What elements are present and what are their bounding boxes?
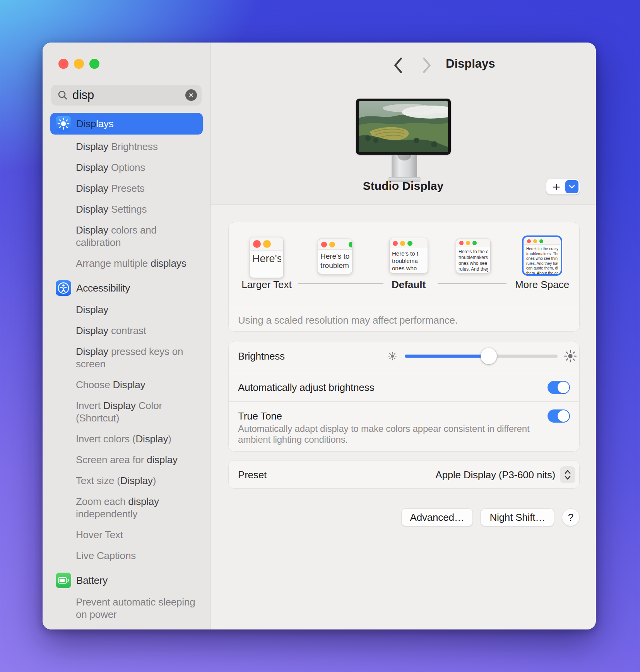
mini-traffic-light bbox=[407, 241, 412, 246]
sidebar-item-screen-area-for-display[interactable]: Screen area for display bbox=[76, 454, 198, 466]
resolution-option-default[interactable]: Here's to ttroublemaones who bbox=[389, 238, 428, 273]
sidebar-item-label: Display pressed keys on screen bbox=[76, 345, 198, 370]
sidebar-item-label: Display bbox=[76, 304, 108, 316]
sidebar-item-display-contrast[interactable]: Display contrast bbox=[76, 324, 198, 337]
zoom-button[interactable] bbox=[89, 59, 99, 69]
mini-traffic-light bbox=[459, 241, 464, 245]
resolution-option-step-4[interactable]: Here's to the crtroublemakers.ones who s… bbox=[456, 239, 491, 273]
sidebar-item-label: Display colors and calibration bbox=[76, 224, 198, 249]
sidebar-item-display-settings[interactable]: Display Settings bbox=[76, 203, 198, 215]
search-icon bbox=[57, 89, 68, 101]
auto-brightness-toggle[interactable] bbox=[548, 381, 570, 394]
sidebar-item-label: Battery bbox=[76, 575, 108, 587]
window-controls bbox=[58, 59, 99, 69]
brightness-label: Brightness bbox=[238, 350, 285, 362]
sidebar-item-displays[interactable]: Displays bbox=[50, 113, 203, 135]
sidebar-item-zoom-each-display-independently[interactable]: Zoom each display independently bbox=[76, 495, 198, 520]
night-shift-button[interactable]: Night Shift… bbox=[481, 508, 554, 526]
preset-dropdown-stepper[interactable] bbox=[560, 466, 575, 483]
add-display-button[interactable]: + bbox=[546, 179, 580, 194]
brightness-slider-thumb[interactable] bbox=[481, 348, 497, 364]
true-tone-toggle[interactable] bbox=[548, 409, 570, 423]
sidebar-item-label: Display Brightness bbox=[76, 140, 158, 153]
landscape-wallpaper-image bbox=[359, 101, 448, 152]
sidebar-item-label: Displays bbox=[76, 118, 114, 130]
sidebar-item-display-options[interactable]: Display Options bbox=[76, 161, 198, 174]
mini-window-titlebar bbox=[318, 239, 352, 250]
sidebar-item-invert-colors-display[interactable]: Invert colors (Display) bbox=[76, 433, 198, 445]
plus-icon[interactable]: + bbox=[546, 179, 566, 194]
sidebar-item-label: Arrange multiple displays bbox=[76, 257, 186, 269]
sidebar-item-display-presets[interactable]: Display Presets bbox=[76, 182, 198, 194]
minimize-button[interactable] bbox=[74, 59, 84, 69]
mini-traffic-light bbox=[472, 241, 477, 245]
sidebar-item-label: Display contrast bbox=[76, 324, 146, 337]
forward-button[interactable] bbox=[421, 56, 432, 71]
mini-traffic-light bbox=[527, 239, 531, 243]
clear-search-icon[interactable] bbox=[185, 89, 197, 101]
chevron-down-icon bbox=[568, 184, 576, 189]
sidebar-item-label: Invert Display Color (Shortcut) bbox=[76, 399, 198, 424]
sidebar-item-invert-display-color-shortcut[interactable]: Invert Display Color (Shortcut) bbox=[76, 399, 198, 424]
sidebar-item-text-size-display[interactable]: Text size (Display) bbox=[76, 474, 198, 487]
sidebar-item-choose-display[interactable]: Choose Display bbox=[76, 379, 198, 391]
resolution-option-label[interactable]: Default bbox=[366, 279, 451, 291]
mini-window-text: Here's totroublem bbox=[318, 250, 352, 272]
resolution-option-label[interactable]: Larger Text bbox=[224, 279, 309, 291]
add-display-dropdown[interactable] bbox=[565, 180, 578, 193]
resolution-option-step-2[interactable]: Here's totroublem bbox=[318, 239, 353, 274]
brightness-bright-sun-icon bbox=[563, 349, 578, 363]
sidebar-item-live-captions[interactable]: Live Captions bbox=[76, 549, 198, 562]
sidebar-item-arrange-multiple-displays[interactable]: Arrange multiple displays bbox=[76, 257, 198, 269]
mini-traffic-light bbox=[539, 239, 543, 243]
resolution-option-more-space[interactable]: Here's to the crazy onetroublemakers. Th… bbox=[524, 237, 561, 274]
system-settings-window: disp DisplaysDisplay BrightnessDisplay O… bbox=[43, 43, 596, 629]
sidebar-item-prevent-automatic-sleeping-on-power[interactable]: Prevent automatic sleeping on power bbox=[76, 596, 198, 621]
sidebar-item-label: Choose Display bbox=[76, 379, 145, 391]
mini-traffic-light bbox=[400, 241, 405, 246]
divider bbox=[229, 373, 579, 373]
search-field[interactable]: disp bbox=[51, 85, 202, 106]
up-down-chevrons-icon bbox=[564, 469, 572, 481]
sidebar-item-label: Display Options bbox=[76, 161, 145, 174]
sidebar-item-label: Text size (Display) bbox=[76, 474, 156, 487]
scaled-resolution-note: Using a scaled resolution may affect per… bbox=[238, 314, 458, 326]
true-tone-label: True Tone bbox=[238, 410, 282, 422]
mini-traffic-light bbox=[321, 242, 327, 247]
brightness-slider-fill bbox=[405, 355, 489, 358]
close-button[interactable] bbox=[58, 59, 68, 69]
sidebar-item-battery[interactable]: Battery bbox=[50, 572, 203, 589]
brightness-dim-sun-icon bbox=[387, 350, 398, 362]
displays-icon bbox=[56, 116, 71, 131]
sidebar-item-label: Invert colors (Display) bbox=[76, 433, 171, 445]
mini-traffic-light bbox=[329, 242, 335, 247]
mini-traffic-light bbox=[533, 239, 537, 243]
mini-traffic-light bbox=[349, 242, 353, 247]
search-input[interactable]: disp bbox=[72, 88, 94, 102]
sidebar-item-hover-text[interactable]: Hover Text bbox=[76, 529, 198, 541]
sidebar-item-display-colors-and-calibration[interactable]: Display colors and calibration bbox=[76, 224, 198, 249]
back-button[interactable] bbox=[393, 56, 404, 71]
mini-window-titlebar bbox=[524, 237, 560, 245]
resolution-option-label[interactable]: More Space bbox=[500, 279, 585, 291]
mini-window-titlebar bbox=[250, 237, 283, 251]
sidebar-item-accessibility[interactable]: Accessibility bbox=[50, 280, 203, 297]
preset-label: Preset bbox=[238, 469, 267, 481]
advanced-button[interactable]: Advanced… bbox=[401, 508, 473, 526]
sidebar-item-display-brightness[interactable]: Display Brightness bbox=[76, 140, 198, 153]
mini-traffic-light bbox=[263, 240, 271, 248]
mini-traffic-light bbox=[393, 241, 398, 246]
desktop-background: disp DisplaysDisplay BrightnessDisplay O… bbox=[0, 0, 640, 672]
mini-window-text: Here's to ttroublemaones who bbox=[390, 248, 428, 273]
resolution-option-larger-text[interactable]: Here's bbox=[250, 237, 284, 278]
studio-display-preview bbox=[356, 99, 451, 155]
sidebar-item-accessibility-display[interactable]: Display bbox=[76, 304, 198, 316]
footer-buttons: Advanced… Night Shift… ? bbox=[228, 508, 580, 527]
sidebar-item-label: Screen area for display bbox=[76, 454, 178, 466]
mini-traffic-light bbox=[253, 240, 261, 248]
mini-window-titlebar bbox=[390, 238, 428, 248]
help-button[interactable]: ? bbox=[562, 508, 580, 526]
preset-card: Preset Apple Display (P3-600 nits) bbox=[228, 460, 580, 489]
detail-pane: Displays bbox=[210, 43, 596, 629]
sidebar-item-display-pressed-keys-on-screen[interactable]: Display pressed keys on screen bbox=[76, 345, 198, 370]
